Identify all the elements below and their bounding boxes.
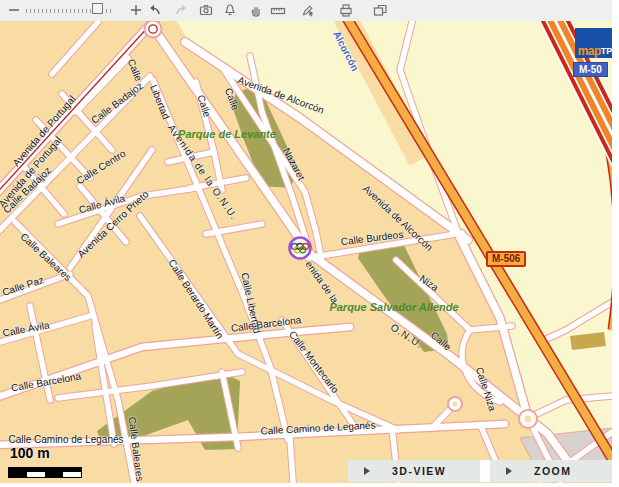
arrow-right-icon xyxy=(506,467,512,475)
alert-bell-icon[interactable] xyxy=(222,2,238,18)
scale-bar xyxy=(8,467,82,478)
draw-pen-icon[interactable] xyxy=(300,2,316,18)
panel-spacer xyxy=(480,460,490,482)
road-badge-m506: M-506 xyxy=(486,251,526,267)
bottom-margin xyxy=(0,483,619,487)
scale-label: 100 m xyxy=(10,445,50,461)
forward-button[interactable] xyxy=(174,2,190,18)
zoom-panel-button[interactable]: ZOOM xyxy=(490,460,612,482)
map-viewport[interactable]: Avenida de PortugalAvenida de PortugalCa… xyxy=(0,21,612,483)
snapshot-icon[interactable] xyxy=(198,2,214,18)
zoom-out-button[interactable] xyxy=(6,2,22,18)
view-3d-label: 3D-VIEW xyxy=(392,465,446,477)
road-badge-m50: M-50 xyxy=(573,62,608,77)
back-button[interactable] xyxy=(146,2,162,18)
print-icon[interactable] xyxy=(338,2,354,18)
pan-hand-icon[interactable] xyxy=(248,2,264,18)
view-3d-button[interactable]: 3D-VIEW xyxy=(348,460,480,482)
maptp-logo: mapTP xyxy=(575,28,612,58)
olympic-rings-marker[interactable] xyxy=(290,238,311,259)
toolbar xyxy=(0,0,619,22)
zoom-in-button[interactable] xyxy=(128,2,144,18)
logo-tp-text: TP xyxy=(601,46,612,56)
right-margin xyxy=(612,0,619,487)
measure-ruler-icon[interactable] xyxy=(270,2,286,18)
logo-map-text: map xyxy=(578,46,601,56)
zoom-slider-handle[interactable] xyxy=(92,3,103,14)
arrow-right-icon xyxy=(364,467,370,475)
zoom-panel-label: ZOOM xyxy=(534,465,572,477)
new-window-icon[interactable] xyxy=(372,2,388,18)
